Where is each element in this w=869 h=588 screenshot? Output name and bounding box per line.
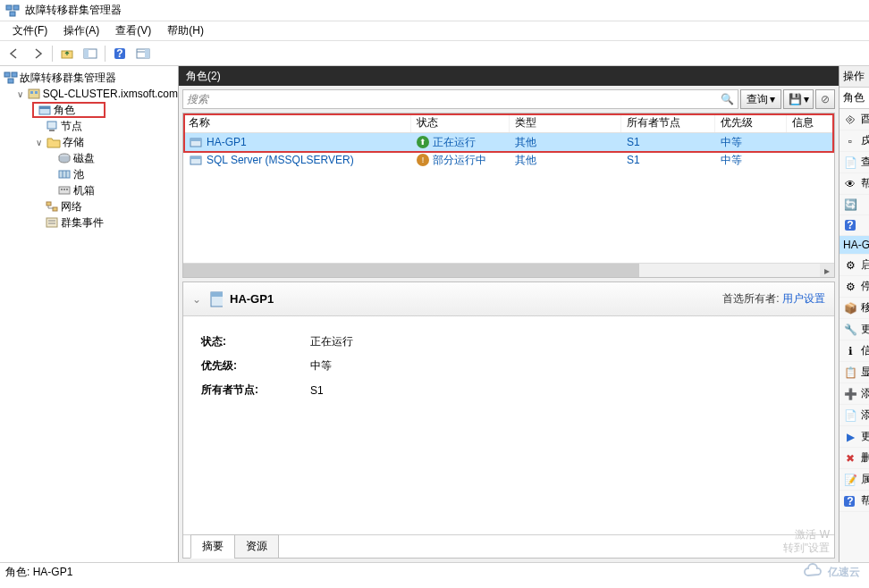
brand-watermark: 亿速云 [803,563,860,581]
add-icon: ➕ [843,387,857,401]
clear-query-button[interactable]: ⊘ [815,89,835,109]
toolbar-separator [52,46,53,62]
tree-disks[interactable]: 磁盘 [0,150,178,166]
save-query-button[interactable]: 💾 ▾ [783,89,814,109]
tree-root-label: 故障转移群集管理器 [20,71,116,86]
nav-forward-button[interactable] [27,44,48,63]
app-icon [5,4,20,18]
role-icon [189,153,203,167]
tree-root[interactable]: 故障转移群集管理器 [0,70,178,86]
action-move[interactable]: 📦移 [839,298,869,319]
pref-owner-link[interactable]: 用户设置 [782,292,825,305]
toolbar: ? [0,41,869,66]
priority-value: 中等 [310,355,353,377]
action-more[interactable]: ▶更 [839,426,869,448]
create-icon: 📄 [843,155,857,170]
tree-roles[interactable]: 角色 [32,102,105,118]
help-button[interactable]: ? [109,44,131,63]
collapse-icon[interactable]: ⌄ [192,293,201,306]
tree-enclosures[interactable]: 机箱 [0,182,178,198]
enclosure-icon [57,183,72,197]
svg-rect-18 [39,106,50,109]
actions-title: 操作 [839,66,869,88]
tree-cluster[interactable]: ∨ SQL-CLUSTER.ixmsoft.com [0,86,178,102]
center-panel: 角色(2) 搜索 🔍 查询 ▾ 💾 ▾ ⊘ 名称 状态 [179,66,839,562]
action-help[interactable]: ? [839,215,869,236]
tree-panel: 故障转移群集管理器 ∨ SQL-CLUSTER.ixmsoft.com 角色 节… [0,66,179,562]
action-stop[interactable]: ⚙停 [839,276,869,298]
properties-button[interactable] [132,44,154,63]
tree-networks-label: 网络 [61,199,82,214]
row-status: 部分运行中 [433,153,486,168]
col-owner-header[interactable]: 所有者节点 [621,113,715,132]
tab-summary[interactable]: 摘要 [190,534,235,559]
up-folder-button[interactable] [56,44,78,63]
tree-cluster-label: SQL-CLUSTER.ixmsoft.com [43,88,178,100]
action-info[interactable]: ℹ信 [839,340,869,362]
cluster-manager-icon [4,71,18,85]
action-props[interactable]: 📝属 [839,469,869,491]
priority-label: 优先级: [201,355,308,377]
detail-body: 状态:正在运行 优先级:中等 所有者节点:S1 [183,316,834,534]
col-info-header[interactable]: 信息 [787,113,834,132]
tree-events[interactable]: 群集事件 [0,214,178,231]
expand-icon[interactable]: ∨ [16,89,25,99]
tree-storage[interactable]: ∨ 存储 [0,134,178,150]
horizontal-scrollbar[interactable]: ▸ [183,263,834,277]
menu-view[interactable]: 查看(V) [108,21,158,40]
expand-icon[interactable]: ∨ [32,138,45,147]
show-hide-tree-button[interactable] [80,44,101,63]
chevron-down-icon: ▾ [770,93,775,105]
nav-back-button[interactable] [4,44,25,63]
svg-rect-0 [6,5,12,10]
menu-action[interactable]: 操作(A) [56,21,106,40]
menu-help[interactable]: 帮助(H) [160,21,211,40]
action-change[interactable]: 🔧更 [839,319,869,340]
view-icon: 👁 [843,177,857,191]
gear-icon: 🞜 [843,113,857,127]
action-delete[interactable]: ✖删 [839,448,869,469]
action-refresh[interactable]: 🔄 [839,195,869,215]
tree-nodes[interactable]: 节点 [0,118,178,134]
detail-tabs: 摘要 资源 [183,534,834,558]
svg-rect-2 [10,12,15,16]
tab-resource[interactable]: 资源 [234,534,279,559]
row-name: SQL Server (MSSQLSERVER) [207,154,354,166]
status-value: 正在运行 [310,331,353,353]
detail-header: ⌄ HA-GP1 首选所有者: 用户设置 [183,282,834,316]
cloud-icon [803,563,824,581]
menubar: 文件(F) 操作(A) 查看(V) 帮助(H) [0,21,869,41]
tree-networks[interactable]: 网络 [0,198,178,214]
table-row[interactable]: HA-GP1⬆正在运行其他S1中等 [183,133,834,151]
detail-title: HA-GP1 [230,292,274,306]
scrollbar-thumb[interactable] [183,264,639,278]
col-name-header[interactable]: 名称 [183,113,411,132]
svg-rect-1 [13,5,19,10]
table-row[interactable]: SQL Server (MSSQLSERVER)!部分运行中其他S1中等 [183,151,834,169]
action-add1[interactable]: ➕添 [839,383,869,405]
svg-rect-27 [63,189,65,190]
action-show[interactable]: 📋显 [839,362,869,383]
svg-rect-13 [8,79,13,83]
tree-roles-label: 角色 [54,103,75,118]
query-button-label: 查询 [747,92,768,107]
action-view[interactable]: 👁帮 [839,173,869,195]
tree-pools[interactable]: 池 [0,166,178,182]
svg-rect-10 [145,49,149,58]
action-start[interactable]: ⚙启 [839,255,869,276]
menu-file[interactable]: 文件(F) [5,21,55,40]
row-name: HA-GP1 [207,136,247,148]
action-configure[interactable]: 🞜酉 [839,109,869,130]
col-type-header[interactable]: 类型 [510,113,621,132]
action-help2[interactable]: ?帮 [839,491,869,512]
action-create[interactable]: 📄查 [839,152,869,173]
scrollbar-arrow-right[interactable]: ▸ [820,264,834,278]
chevron-down-icon: ▾ [804,93,809,105]
query-button[interactable]: 查询 ▾ [740,89,781,109]
col-priority-header[interactable]: 优先级 [715,113,787,132]
search-input[interactable]: 搜索 🔍 [182,89,738,109]
action-add2[interactable]: 📄添 [839,405,869,426]
search-placeholder: 搜索 [187,92,208,107]
action-vm[interactable]: ▫戌 [839,130,869,152]
col-status-header[interactable]: 状态 [411,113,510,132]
